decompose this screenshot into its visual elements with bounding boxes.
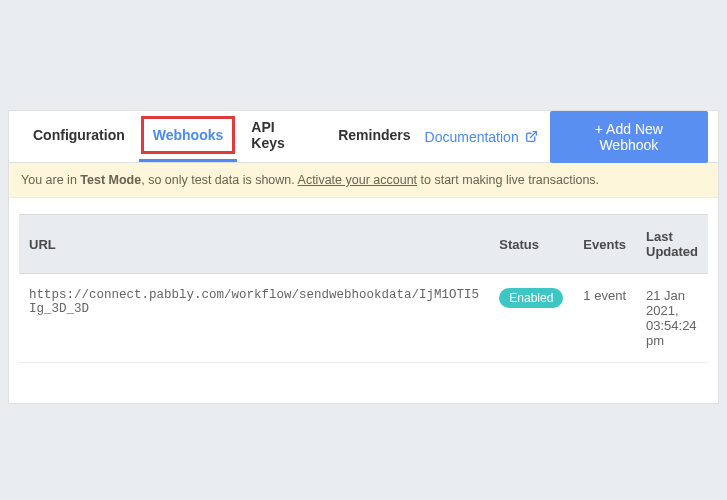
notice-suffix: to start making live transactions. xyxy=(417,173,599,187)
documentation-label: Documentation xyxy=(425,129,519,145)
webhook-url: https://connect.pabbly.com/workflow/send… xyxy=(19,274,489,363)
tab-configuration[interactable]: Configuration xyxy=(19,111,139,162)
tab-webhooks-label: Webhooks xyxy=(153,127,224,143)
notice-middle: , so only test data is shown. xyxy=(141,173,297,187)
tab-reminders[interactable]: Reminders xyxy=(324,111,424,162)
tab-bar: Configuration Webhooks API Keys Reminder… xyxy=(9,111,718,163)
webhooks-table: URL Status Events Last Updated https://c… xyxy=(19,214,708,363)
external-link-icon xyxy=(525,130,538,143)
table-header-events: Events xyxy=(573,215,636,274)
svg-line-0 xyxy=(530,132,536,138)
test-mode-notice: You are in Test Mode, so only test data … xyxy=(9,163,718,198)
webhook-last-updated: 21 Jan 2021, 03:54:24 pm xyxy=(636,274,708,363)
documentation-link[interactable]: Documentation xyxy=(425,129,538,145)
table-row[interactable]: https://connect.pabbly.com/workflow/send… xyxy=(19,274,708,363)
table-header-url: URL xyxy=(19,215,489,274)
webhook-events: 1 event xyxy=(573,274,636,363)
table-header-last-updated: Last Updated xyxy=(636,215,708,274)
notice-mode: Test Mode xyxy=(80,173,141,187)
tab-webhooks[interactable]: Webhooks xyxy=(139,111,238,162)
add-webhook-button[interactable]: + Add New Webhook xyxy=(550,111,708,163)
table-header-status: Status xyxy=(489,215,573,274)
tab-api-keys[interactable]: API Keys xyxy=(237,111,324,162)
webhook-status-cell: Enabled xyxy=(489,274,573,363)
notice-prefix: You are in xyxy=(21,173,80,187)
activate-account-link[interactable]: Activate your account xyxy=(298,173,418,187)
status-badge: Enabled xyxy=(499,288,563,308)
